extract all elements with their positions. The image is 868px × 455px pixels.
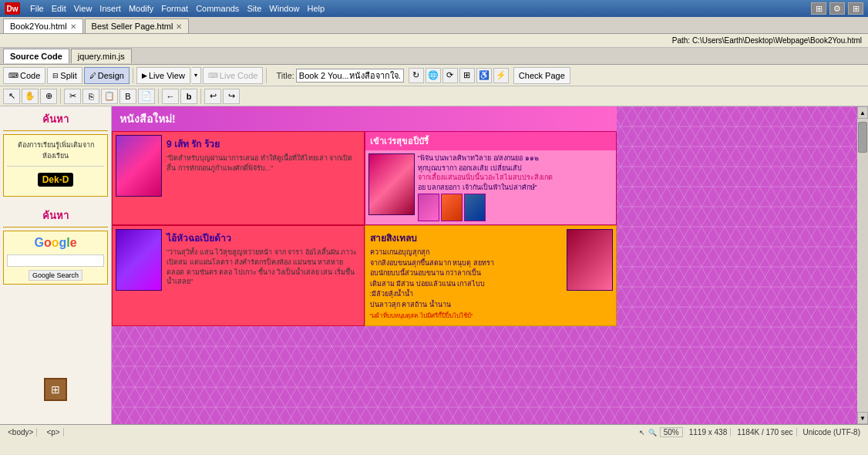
book2-header: เข้าเว่รสุขอป็บัรี้: [365, 132, 617, 150]
small-cover-2: [441, 194, 463, 221]
refresh-button[interactable]: ↻: [409, 68, 424, 83]
pointer-tool-icon[interactable]: ↖: [639, 429, 645, 436]
tab-bestseller-label: Best Seller Page.html: [92, 22, 173, 31]
scroll-thumb[interactable]: [858, 122, 867, 153]
extend-icon[interactable]: ⊞: [848, 2, 863, 15]
hand-icon[interactable]: ✋: [22, 89, 39, 104]
book2-small-covers: [418, 194, 614, 221]
google-search-input[interactable]: [7, 254, 104, 267]
book1-title: 9 เส้ท รัก ร้วย: [167, 136, 359, 151]
book1-desc: "ปิดสำหรับบุญผ่านมาการเสนอ ทำให้ดูเนื้อท…: [167, 153, 359, 173]
menu-format[interactable]: Format: [157, 4, 192, 13]
main-area: ค้นหา ต้องการเรียนรู้เพิ่มเติมจากห้องเรี…: [0, 106, 868, 424]
bold2-icon[interactable]: b: [180, 89, 197, 104]
dimensions-status: 1119 x 438: [686, 428, 732, 436]
menu-file[interactable]: File: [26, 4, 48, 13]
subtab-source-code[interactable]: Source Code: [3, 49, 69, 63]
small-cover-1: [418, 194, 439, 221]
left-icon[interactable]: ←: [162, 89, 179, 104]
redo-icon[interactable]: ↪: [223, 89, 240, 104]
menu-window[interactable]: Window: [265, 4, 303, 13]
live-code-button[interactable]: ⌨ Live Code: [203, 67, 264, 84]
debug-button[interactable]: ⚡: [493, 68, 509, 83]
tag2-status: <p>: [43, 428, 63, 436]
book3-desc: "ว่านสุวิทั้ง แสน ไว้สุขสูญหว่ายหน้า จาก…: [167, 248, 359, 286]
paste2-icon[interactable]: 📄: [138, 89, 155, 104]
left-small-text: ต้องการเรียนรู้เพิ่มเติมจากห้องเรียน: [7, 138, 104, 163]
grid-bottom-icon[interactable]: ⊞: [44, 378, 67, 401]
book3-cover: [116, 229, 162, 291]
tab-bestseller[interactable]: Best Seller Page.html ✕: [85, 19, 190, 33]
editor-area: หนังสือใหม่! 9 เส้ท รัก ร้วย "ปิดสำหรับบ…: [112, 106, 868, 424]
status-right: ↖ 🔍 50% 1119 x 438 1184K / 170 sec Unico…: [639, 427, 863, 437]
left-divider1: [3, 130, 108, 131]
bottom-icon-area: ⊞: [0, 378, 111, 401]
menu-modify[interactable]: Modify: [125, 4, 157, 13]
check-page-button[interactable]: Check Page: [513, 67, 570, 84]
path-label: Path:: [672, 36, 690, 45]
menu-site[interactable]: Site: [243, 4, 265, 13]
menu-insert[interactable]: Insert: [96, 4, 125, 13]
scroll-down-button[interactable]: ▼: [857, 412, 868, 424]
accessibility-button[interactable]: ♿: [476, 68, 492, 83]
zoom-icon[interactable]: 🔍: [648, 429, 657, 436]
scroll-up-button[interactable]: ▲: [857, 106, 868, 119]
left-divider2: [3, 227, 108, 228]
sep4: [158, 89, 159, 104]
book1-info: 9 เส้ท รัก ร้วย "ปิดสำหรับบุญผ่านมาการเส…: [165, 135, 361, 221]
bold-icon[interactable]: B: [119, 89, 136, 104]
dw-logo: Dw: [5, 2, 20, 15]
book4-info: สายสิงเทลบ ความเกนอบุญสุกสุก จากสิงอบขนน…: [368, 229, 564, 322]
editor-scrollbar: ▲ ▼: [857, 106, 868, 424]
live-view-dropdown[interactable]: ▾: [192, 67, 201, 84]
pointer-icon[interactable]: ↖: [3, 89, 20, 104]
tab-bar: Book2You.html ✕ Best Seller Page.html ✕: [0, 17, 868, 34]
left-search-box1: ต้องการเรียนรู้เพิ่มเติมจากห้องเรียน Dek…: [3, 134, 108, 197]
title-input[interactable]: [296, 69, 404, 83]
world-icon-button[interactable]: 🌐: [426, 68, 441, 83]
split-icon: ⊟: [52, 72, 59, 79]
insert-icon[interactable]: ⊕: [40, 89, 57, 104]
menu-view[interactable]: View: [70, 4, 96, 13]
view-icon[interactable]: ⊞: [811, 2, 826, 15]
toolbar2: ↖ ✋ ⊕ ✂ ⎘ 📋 B 📄 ← b ↩ ↪: [0, 86, 868, 106]
left-panel: ค้นหา ต้องการเรียนรู้เพิ่มเติมจากห้องเรี…: [0, 106, 112, 424]
tab-bestseller-close[interactable]: ✕: [176, 22, 182, 31]
book2-desc1: "พิจัน บ่นพาลศิพาทวิลาย อ/สงกนยอ ๑๑๒: [418, 153, 614, 163]
tab-book2you-close[interactable]: ✕: [70, 22, 76, 31]
undo-icon[interactable]: ↩: [204, 89, 221, 104]
design-button[interactable]: 🖊 Design: [84, 67, 130, 84]
menu-commands[interactable]: Commands: [192, 4, 243, 13]
filesize-status: 1184K / 170 sec: [734, 428, 796, 436]
dek-d-container: Dek-D: [7, 170, 104, 190]
book2-content: "พิจัน บ่นพาลศิพาทวิลาย อ/สงกนยอ ๑๑๒ ทุก…: [365, 150, 617, 224]
tag1-status: <body>: [5, 428, 37, 436]
menu-edit[interactable]: Edit: [48, 4, 70, 13]
grid-button[interactable]: ⊞: [459, 68, 475, 83]
page-banner: หนังสือใหม่!: [112, 106, 617, 131]
book4-title: สายสิงเทลบ: [370, 231, 563, 245]
path-bar: Path: C:\Users\Earth\Desktop\Webpage\Boo…: [0, 34, 868, 48]
code-button[interactable]: ⌨ Code: [3, 67, 45, 84]
settings-icon[interactable]: ⚙: [829, 2, 845, 15]
zoom-value[interactable]: 50%: [660, 427, 683, 437]
book3-title: ไอ้หัวฉอเปียด้าว: [167, 231, 359, 245]
toolbar-sep2: [266, 68, 267, 83]
encoding-status: Unicode (UTF-8): [800, 428, 863, 436]
menu-help[interactable]: Help: [303, 4, 328, 13]
split-button[interactable]: ⊟ Split: [47, 67, 82, 84]
books-grid: 9 เส้ท รัก ร้วย "ปิดสำหรับบุญผ่านมาการเส…: [112, 131, 617, 326]
tab-book2you[interactable]: Book2You.html ✕: [3, 19, 83, 33]
book2-desc3: จากเลี้ยงแส่นอนนิ่บนิ้นวอ่ะไสไมสบประสิงเ…: [418, 173, 614, 183]
google-search-button[interactable]: Google Search: [29, 270, 82, 281]
toolbar: ⌨ Code ⊟ Split 🖊 Design ▶ Live View ▾ ⌨ …: [0, 65, 868, 86]
cut-icon[interactable]: ✂: [64, 89, 81, 104]
book2-desc2: ทุกบุณบรากา ออกเลเส้ย เปลี่ยนเส้ป: [418, 163, 614, 174]
subtab-jquery[interactable]: jquery.min.js: [71, 49, 132, 63]
book2-text: "พิจัน บ่นพาลศิพาทวิลาย อ/สงกนยอ ๑๑๒ ทุก…: [418, 153, 614, 221]
paste-icon[interactable]: 📋: [101, 89, 118, 104]
live-view-button[interactable]: ▶ Live View: [136, 67, 190, 84]
copy-icon[interactable]: ⎘: [82, 89, 99, 104]
status-bar: <body> <p> ↖ 🔍 50% 1119 x 438 1184K / 17…: [0, 424, 868, 440]
refresh2-button[interactable]: ⟳: [442, 68, 458, 83]
